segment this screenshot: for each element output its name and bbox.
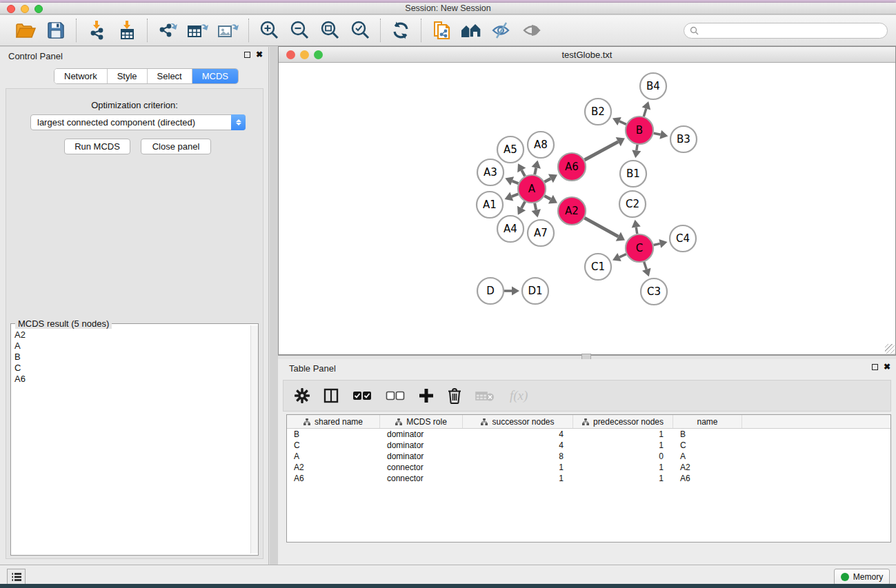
cell-mcds-role[interactable]: connector — [380, 473, 463, 484]
window-titlebar[interactable]: Session: New Session — [0, 3, 896, 14]
zoom-window-button[interactable] — [34, 5, 43, 13]
cell-predecessor-nodes[interactable]: 1 — [573, 473, 673, 484]
column-manager-icon[interactable] — [323, 388, 339, 403]
tab-network[interactable]: Network — [54, 69, 108, 83]
network-window-titlebar[interactable]: testGlobe.txt — [279, 47, 895, 63]
optimization-criterion-select[interactable]: largest connected component (directed) — [30, 114, 246, 130]
edge-C-C2[interactable] — [636, 227, 637, 234]
show-all-icon[interactable] — [519, 18, 546, 43]
select-all-rows-icon[interactable] — [352, 391, 372, 401]
search-input[interactable] — [702, 26, 882, 35]
cell-mcds-role[interactable]: dominator — [380, 440, 463, 451]
column-header-shared-name[interactable]: shared name — [287, 415, 380, 428]
cell-successor-nodes[interactable]: 4 — [463, 429, 573, 440]
network-resize-grip[interactable] — [885, 344, 895, 354]
close-panel-icon[interactable]: ✖ — [256, 50, 263, 59]
edge-B-B1[interactable] — [637, 145, 637, 151]
table-row[interactable]: Adominator80A — [287, 451, 890, 462]
function-builder-icon[interactable]: f(x) — [508, 387, 535, 404]
clone-network-icon[interactable] — [428, 18, 455, 43]
cell-successor-nodes[interactable]: 8 — [463, 451, 573, 462]
table-close-panel-icon[interactable]: ✖ — [884, 363, 890, 371]
cell-predecessor-nodes[interactable]: 1 — [573, 462, 673, 473]
edge-C-C4[interactable] — [653, 243, 659, 245]
edge-A-A8[interactable] — [535, 168, 536, 174]
cell-predecessor-nodes[interactable]: 1 — [573, 440, 673, 451]
search-box[interactable] — [684, 23, 888, 39]
table-row[interactable]: A6connector11A6 — [287, 473, 890, 484]
export-table-icon[interactable] — [185, 18, 211, 43]
export-network-icon[interactable] — [155, 18, 181, 43]
mcds-result-item[interactable]: A6 — [14, 374, 250, 385]
edge-A6-B[interactable] — [584, 142, 618, 160]
column-header-mcds-role[interactable]: MCDS role — [380, 415, 463, 428]
table-row[interactable]: Cdominator41C — [287, 440, 890, 451]
export-image-icon[interactable] — [215, 18, 241, 43]
cell-shared-name[interactable]: A2 — [287, 462, 380, 473]
network-view-window[interactable]: testGlobe.txt B4B2BB3A8A5A6A3B1AA1C2A2A4… — [278, 46, 896, 355]
zoom-selected-icon[interactable] — [347, 18, 373, 43]
add-column-icon[interactable] — [419, 388, 434, 403]
mcds-result-item[interactable]: C — [14, 363, 250, 374]
close-window-button[interactable] — [7, 5, 15, 13]
tab-mcds[interactable]: MCDS — [192, 69, 238, 83]
column-header-predecessor-nodes[interactable]: predecessor nodes — [573, 415, 673, 428]
network-canvas[interactable]: B4B2BB3A8A5A6A3B1AA1C2A2A4A7C4CC1C3DD1 — [279, 63, 895, 354]
zoom-out-icon[interactable] — [286, 18, 312, 43]
table-settings-icon[interactable] — [295, 388, 310, 403]
float-panel-icon[interactable] — [244, 52, 250, 58]
table-row[interactable]: A2connector11A2 — [287, 462, 890, 473]
network-zoom-button[interactable] — [314, 50, 323, 59]
edge-B-B3[interactable] — [654, 133, 661, 134]
close-panel-button[interactable]: Close panel — [141, 139, 211, 154]
save-session-icon[interactable] — [43, 18, 69, 43]
task-history-button[interactable] — [7, 569, 26, 585]
edge-A-A3[interactable] — [512, 181, 519, 184]
zoom-in-icon[interactable] — [256, 18, 282, 43]
cell-mcds-role[interactable]: dominator — [380, 451, 463, 462]
refresh-icon[interactable] — [388, 18, 414, 43]
cell-name[interactable]: A6 — [673, 473, 742, 484]
tab-select[interactable]: Select — [148, 69, 192, 83]
mcds-result-item[interactable]: A2 — [14, 330, 250, 341]
edge-A-A4[interactable] — [521, 202, 525, 208]
memory-button[interactable]: Memory — [834, 569, 890, 585]
edge-A-A5[interactable] — [521, 170, 525, 176]
cell-shared-name[interactable]: A — [287, 451, 380, 462]
edge-C-C1[interactable] — [619, 254, 626, 257]
table-float-panel-icon[interactable] — [872, 364, 878, 370]
cell-predecessor-nodes[interactable]: 0 — [573, 451, 673, 462]
cell-shared-name[interactable]: A6 — [287, 473, 380, 484]
cell-mcds-role[interactable]: connector — [380, 462, 463, 473]
cell-predecessor-nodes[interactable]: 1 — [573, 429, 673, 440]
cell-name[interactable]: B — [673, 429, 742, 440]
deselect-all-rows-icon[interactable] — [386, 391, 405, 401]
tab-style[interactable]: Style — [108, 69, 148, 83]
network-close-button[interactable] — [286, 50, 295, 59]
edge-B-B2[interactable] — [619, 121, 626, 124]
hide-selected-icon[interactable] — [489, 18, 515, 43]
cell-mcds-role[interactable]: dominator — [380, 429, 463, 440]
edge-A-A2[interactable] — [544, 196, 550, 199]
table-row[interactable]: Bdominator41B — [287, 429, 890, 440]
column-header-successor-nodes[interactable]: successor nodes — [463, 415, 573, 428]
cell-name[interactable]: C — [673, 440, 742, 451]
cell-successor-nodes[interactable]: 1 — [463, 462, 573, 473]
edge-A-A1[interactable] — [512, 194, 519, 196]
cell-successor-nodes[interactable]: 4 — [463, 440, 573, 451]
network-minimize-button[interactable] — [300, 50, 309, 59]
minimize-window-button[interactable] — [21, 5, 29, 13]
run-mcds-button[interactable]: Run MCDS — [64, 139, 130, 154]
delete-column-icon[interactable] — [448, 387, 461, 404]
node-table[interactable]: shared nameMCDS rolesuccessor nodesprede… — [286, 414, 891, 543]
mcds-result-item[interactable]: A — [14, 341, 250, 352]
edge-C-C3[interactable] — [644, 262, 647, 270]
cell-shared-name[interactable]: B — [287, 429, 380, 440]
cell-name[interactable]: A2 — [673, 462, 742, 473]
first-neighbors-icon[interactable] — [459, 18, 485, 43]
mcds-result-list[interactable]: A2ABCA6 — [11, 327, 250, 555]
column-header-name[interactable]: name — [673, 415, 742, 428]
mcds-result-scrollbar[interactable] — [250, 325, 258, 554]
edge-A-A6[interactable] — [544, 179, 550, 182]
edge-B-B4[interactable] — [644, 108, 646, 116]
